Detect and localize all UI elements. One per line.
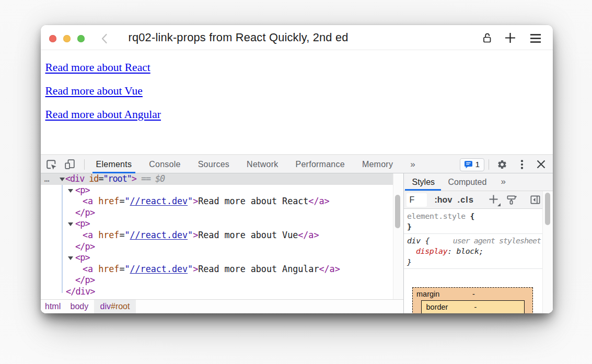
devtools-tab-network[interactable]: Network xyxy=(247,156,278,173)
code-token-tag: <a xyxy=(83,230,98,240)
tree-row[interactable]: </p> xyxy=(41,241,393,253)
computed-sidebar-toggle-icon[interactable] xyxy=(530,194,541,205)
toggle-class-button[interactable]: .cls xyxy=(458,191,474,209)
more-options-kebab-icon[interactable] xyxy=(516,159,528,170)
device-toolbar-icon[interactable] xyxy=(64,159,76,170)
code-token-tag: </p> xyxy=(75,275,95,285)
zoom-window-button[interactable] xyxy=(77,35,85,42)
tree-row[interactable]: </p> xyxy=(41,275,393,286)
devtools-tab-console[interactable]: Console xyxy=(149,156,180,173)
tree-node-code: <p> xyxy=(75,218,90,230)
code-token-val: " xyxy=(124,230,130,240)
tab-styles[interactable]: Styles xyxy=(412,173,435,191)
code-token-tag: > xyxy=(193,264,198,274)
elements-scrollbar-track[interactable] xyxy=(393,173,403,300)
link-react[interactable]: Read more about React xyxy=(45,61,150,74)
menu-icon[interactable] xyxy=(530,34,541,43)
code-token-val: "root" xyxy=(103,173,131,184)
page-title: rq02-link-props from React Quickly, 2nd … xyxy=(129,25,349,50)
styles-filter-input[interactable]: F xyxy=(407,193,427,207)
code-token-eq: = xyxy=(119,196,124,206)
issues-button[interactable]: 1 xyxy=(460,158,484,171)
box-model-margin-label: margin xyxy=(416,290,439,298)
tree-node-code: <div id="root"> == $0 xyxy=(65,173,165,185)
minimize-window-button[interactable] xyxy=(63,35,71,42)
box-model-margin[interactable]: margin - border - xyxy=(412,287,533,313)
breadcrumb-div-root[interactable]: div#root xyxy=(94,300,136,313)
back-icon[interactable] xyxy=(101,33,108,44)
more-sidebar-tabs-icon[interactable]: » xyxy=(501,173,506,191)
styles-toolbar: F :hov .cls xyxy=(404,191,553,209)
tree-row[interactable]: <p> xyxy=(41,218,393,230)
tree-node-code: </p> xyxy=(75,275,95,286)
code-token-txt: Read more about React xyxy=(198,196,308,206)
box-model-border[interactable]: border - xyxy=(421,300,525,313)
devtools-tab-elements[interactable]: Elements xyxy=(96,156,132,173)
code-token-dollar: $0 xyxy=(155,173,165,184)
close-window-button[interactable] xyxy=(49,35,56,42)
lock-open-icon[interactable] xyxy=(481,32,493,44)
tree-node-code: <a href="//react.dev">Read more about Re… xyxy=(83,196,330,207)
breadcrumb-html[interactable]: html xyxy=(45,300,61,313)
tree-row[interactable]: <p> xyxy=(41,185,393,196)
inspect-element-icon[interactable] xyxy=(45,159,57,170)
settings-gear-icon[interactable] xyxy=(496,159,508,170)
style-rules: element.style { } div {user agent styles… xyxy=(404,209,543,269)
expand-arrow-icon[interactable] xyxy=(68,189,73,193)
css-property-name[interactable]: display xyxy=(416,246,447,255)
devtools-tab-performance[interactable]: Performance xyxy=(296,156,345,173)
rule-div[interactable]: div {user agent stylesheet display: bloc… xyxy=(404,234,543,269)
expand-arrow-icon[interactable] xyxy=(60,178,65,181)
styles-scrollbar-thumb[interactable] xyxy=(545,193,550,225)
code-token-tag: </p> xyxy=(75,207,95,218)
elements-scrollbar-thumb[interactable] xyxy=(395,195,400,228)
devtools-tabs: ElementsConsoleSourcesNetworkPerformance… xyxy=(96,156,415,173)
box-model-margin-top-value[interactable]: - xyxy=(472,290,475,298)
toggle-hover-state-button[interactable]: :hov xyxy=(435,191,452,209)
link-vue[interactable]: Read more about Vue xyxy=(45,85,143,98)
breadcrumb-body[interactable]: body xyxy=(71,300,89,313)
close-devtools-icon[interactable] xyxy=(536,159,547,170)
rule-element-style[interactable]: element.style { } xyxy=(404,209,543,234)
spacer xyxy=(466,212,470,220)
code-token-val: " xyxy=(188,196,193,206)
open-brace: { xyxy=(470,212,475,220)
tree-row[interactable]: <a href="//react.dev">Read more about An… xyxy=(41,264,393,275)
tree-row[interactable]: </div> xyxy=(41,286,393,298)
tree-row[interactable]: </p> xyxy=(41,207,393,219)
code-token-tag: <p> xyxy=(75,185,90,195)
tree-row[interactable]: …<div id="root"> == $0 xyxy=(41,173,393,185)
code-token-eq: = xyxy=(119,264,124,274)
code-token-tag: <a xyxy=(83,264,98,274)
rendering-emulation-icon[interactable] xyxy=(506,194,517,205)
tree-node-code: <a href="//react.dev">Read more about An… xyxy=(83,264,340,275)
tree-row[interactable]: <p> xyxy=(41,252,393,264)
css-property-value[interactable]: : block; xyxy=(447,246,483,255)
expand-arrow-icon[interactable] xyxy=(68,256,73,260)
tab-computed[interactable]: Computed xyxy=(448,173,487,191)
code-token-tag: <p> xyxy=(75,252,90,263)
new-tab-icon[interactable] xyxy=(505,32,516,43)
issues-count: 1 xyxy=(475,160,480,169)
devtools-tab-sources[interactable]: Sources xyxy=(198,156,229,173)
more-actions-ellipsis[interactable]: … xyxy=(44,173,50,185)
code-token-attr: href xyxy=(98,196,119,206)
code-token-txt: Read more about Vue xyxy=(198,230,298,240)
close-brace: } xyxy=(407,257,412,266)
code-token-dim: == xyxy=(136,173,155,184)
desktop-background: rq02-link-props from React Quickly, 2nd … xyxy=(0,0,592,364)
tree-row[interactable]: <a href="//react.dev">Read more about Vu… xyxy=(41,230,393,241)
link-angular[interactable]: Read more about Angular xyxy=(45,108,161,121)
devtools-tab-memory[interactable]: Memory xyxy=(362,156,393,173)
selected-tab-underline xyxy=(405,189,441,191)
tree-row[interactable]: <a href="//react.dev">Read more about Re… xyxy=(41,196,393,207)
rule-selector: element.style xyxy=(407,212,466,220)
box-model-border-top-value[interactable]: - xyxy=(474,303,477,311)
styles-scrollbar-track[interactable] xyxy=(542,191,553,313)
code-token-attr: href xyxy=(98,230,119,240)
expand-arrow-icon[interactable] xyxy=(68,222,73,226)
code-token-eq: = xyxy=(119,230,124,240)
more-tabs-icon[interactable]: » xyxy=(410,159,415,170)
code-token-tag: </a> xyxy=(298,230,319,240)
code-token-tag: </p> xyxy=(75,241,95,252)
